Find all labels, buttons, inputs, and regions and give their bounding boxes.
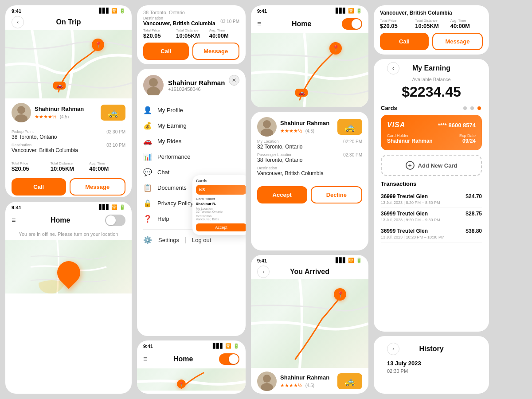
you-arrived-card: 9:41 ▋▋▋ 🛜 🔋 ‹ You Arrived 📍 bbox=[251, 255, 368, 394]
my-loc-label: My Location bbox=[257, 139, 303, 144]
toggle-online[interactable] bbox=[342, 18, 362, 30]
tx3-name: 36999 Treutel Glen bbox=[381, 228, 444, 234]
menu-item-performance[interactable]: 📊 Performance bbox=[143, 149, 239, 164]
message-button-1[interactable]: Message bbox=[70, 178, 126, 196]
van-address-top: 38 Toronto, Ontario bbox=[143, 10, 239, 15]
back-button-1[interactable]: ‹ bbox=[12, 16, 24, 28]
stat-time-1: Avg. Time 40:00M bbox=[89, 161, 125, 172]
tx1-date: 13 Jul, 2023 | 8:20 PM – 8:30 PM bbox=[381, 200, 440, 205]
signal-icons-1: ▋▋▋ 🛜 🔋 bbox=[99, 8, 125, 14]
earning-title: My Earning bbox=[412, 64, 450, 72]
decline-button[interactable]: Decline bbox=[311, 186, 363, 203]
hamburger-offline[interactable]: ≡ bbox=[12, 216, 16, 224]
on-trip-header: ‹ On Trip bbox=[5, 15, 132, 30]
home-online-card: 9:41 ▋▋▋ 🛜 🔋 ≡ Home 📍 bbox=[251, 5, 368, 107]
arrived-car-thumb: 🚕 bbox=[337, 373, 362, 389]
performance-icon: 📊 bbox=[143, 153, 152, 161]
mini-location: My Location32 Toronto, Ontario bbox=[196, 207, 246, 213]
svg-point-3 bbox=[147, 87, 160, 95]
accept-my-loc-row: My Location 32 Toronto, Ontario 02:20 PM bbox=[257, 139, 362, 150]
driver-section-1: Shahinur Rahman ★★★★½ (4.5) 🚕 bbox=[5, 98, 132, 127]
mini-card-name: Shahinur R. bbox=[196, 202, 246, 206]
signal-bottom: ▋▋▋ bbox=[213, 343, 223, 349]
accept-avatar bbox=[257, 117, 277, 137]
car-icon-1: 🚗 bbox=[53, 82, 66, 90]
hamburger-online[interactable]: ≡ bbox=[257, 20, 261, 28]
battery-icon-1: 🔋 bbox=[119, 8, 125, 14]
logout-label[interactable]: Log out bbox=[192, 237, 211, 243]
toggle-bottom[interactable] bbox=[219, 353, 239, 365]
home-offline-title: Home bbox=[51, 216, 70, 224]
on-trip-title: On Trip bbox=[56, 18, 81, 26]
back-button-earning[interactable]: ‹ bbox=[387, 62, 399, 74]
call-button-1[interactable]: Call bbox=[12, 178, 66, 196]
status-bar-home: 9:41 ▋▋▋ 🛜 🔋 bbox=[251, 5, 368, 15]
my-loc-addr: 32 Toronto, Ontario bbox=[257, 144, 303, 150]
plus-icon: + bbox=[406, 161, 415, 170]
toggle-knob-bottom bbox=[229, 354, 239, 364]
history-content: 13 July 2023 02:30 PM bbox=[381, 360, 482, 378]
status-bar-bottom: 9:41 ▋▋▋ 🛜 🔋 bbox=[137, 340, 246, 350]
arrived-pin: 📍 bbox=[334, 288, 346, 301]
privacy-icon: 🔒 bbox=[143, 199, 152, 207]
menu-avatar bbox=[143, 75, 164, 95]
settings-label[interactable]: Settings bbox=[158, 237, 179, 243]
trip-info-1: Pickup Point 38 Toronto, Ontario 02:30 P… bbox=[5, 127, 132, 159]
arrived-dest-pin: 📍 bbox=[334, 288, 346, 301]
cards-title: Cards bbox=[381, 105, 397, 111]
accept-name: Shahinur Rahman bbox=[280, 120, 337, 126]
history-time: 02:30 PM bbox=[387, 368, 408, 374]
home-online-title: Home bbox=[292, 20, 311, 28]
history-card: ‹ History 13 July 2023 02:30 PM bbox=[374, 336, 489, 394]
card-exp-info: Exp Date 09/24 bbox=[459, 133, 476, 144]
menu-item-rides[interactable]: 🚗 My Rides bbox=[143, 133, 239, 149]
van-msg-btn[interactable]: Message bbox=[192, 43, 240, 60]
wifi-icon-1: 🛜 bbox=[111, 8, 117, 14]
accept-stars: ★★★★½ bbox=[280, 128, 302, 133]
van-col4-time: Avg. Time 40:00M bbox=[450, 19, 483, 29]
svg-point-6 bbox=[263, 375, 271, 383]
van-dest-addr: Vancouver, British Columbia bbox=[143, 20, 215, 27]
menu-item-profile[interactable]: 👤 My Profile bbox=[143, 102, 239, 118]
pickup-row-1: Pickup Point 38 Toronto, Ontario 02:30 P… bbox=[12, 129, 125, 140]
van-col4-msg[interactable]: Message bbox=[432, 33, 483, 50]
arrived-driver-section: Shahinur Rahman ★★★★½ (4.5) 🚕 Pickup Poi… bbox=[251, 368, 368, 394]
battery-offline: 🔋 bbox=[119, 204, 125, 210]
menu-item-earning[interactable]: 💰 My Earning bbox=[143, 118, 239, 133]
transactions-title: Transactions bbox=[381, 180, 482, 187]
menu-phone: +16102458046 bbox=[168, 86, 225, 92]
history-title: History bbox=[419, 345, 443, 353]
pass-addr: 38 Toronto, Ontario bbox=[257, 157, 303, 163]
earning-icon: 💰 bbox=[143, 121, 152, 130]
earning-header: ‹ My Earning bbox=[381, 64, 482, 75]
offline-text: You are in offline. Please turn on your … bbox=[5, 230, 132, 240]
van-col4-call[interactable]: Call bbox=[380, 33, 429, 50]
close-menu-button[interactable]: ✕ bbox=[229, 75, 239, 86]
wifi-home: 🛜 bbox=[348, 8, 354, 14]
arrived-driver-info: Shahinur Rahman ★★★★½ (4.5) bbox=[280, 374, 337, 389]
arrived-driver-row: Shahinur Rahman ★★★★½ (4.5) 🚕 bbox=[257, 372, 362, 391]
back-button-history[interactable]: ‹ bbox=[387, 343, 399, 355]
accept-dest-addr: Vancouver, British Columbia bbox=[257, 170, 324, 176]
signal-icons-home: ▋▋▋ 🛜 🔋 bbox=[336, 8, 362, 14]
exp-label: Exp Date bbox=[459, 133, 476, 138]
van-col4-stats: Total Price $20.05 Total Distance 10:05K… bbox=[380, 19, 483, 29]
back-button-arrived[interactable]: ‹ bbox=[257, 266, 270, 278]
hamburger-bottom[interactable]: ≡ bbox=[143, 355, 147, 363]
earning-content: ‹ My Earning Available Balance $2234.45 … bbox=[374, 59, 489, 248]
svg-point-1 bbox=[15, 114, 27, 122]
pickup-value-1: 38 Toronto, Ontario bbox=[12, 134, 57, 140]
arrived-face-svg bbox=[257, 372, 277, 391]
arrived-header: ‹ You Arrived bbox=[251, 264, 368, 279]
toggle-offline[interactable] bbox=[105, 215, 125, 226]
dest-row-1: Destination Vancouver, British Columbia … bbox=[12, 143, 125, 153]
time-arrived: 9:41 bbox=[257, 258, 267, 263]
add-card-button[interactable]: + Add New Card bbox=[381, 155, 482, 176]
driver-avatar-1 bbox=[12, 103, 31, 122]
svg-point-5 bbox=[261, 129, 273, 137]
accept-button[interactable]: Accept bbox=[257, 186, 307, 203]
mini-accept-btn[interactable]: Accept bbox=[196, 223, 246, 231]
signal-offline: ▋▋▋ bbox=[99, 204, 110, 210]
menu-user-info: Shahinur Rahman +16102458046 bbox=[168, 79, 225, 92]
van-call-btn[interactable]: Call bbox=[143, 43, 189, 60]
